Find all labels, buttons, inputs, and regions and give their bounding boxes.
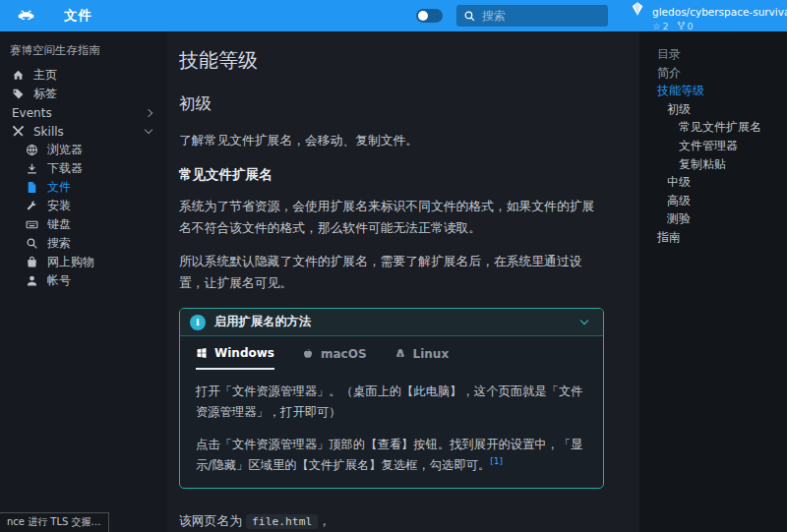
file-icon <box>26 181 38 194</box>
sidebar-item-home[interactable]: 主页 <box>0 66 167 85</box>
collapsible-enable-extensions: i 启用扩展名的方法 Windows macOS Linux <box>179 308 604 489</box>
sidebar-item-label: 下载器 <box>47 160 83 177</box>
gitlab-icon <box>630 1 645 17</box>
toc-item-skill-levels[interactable]: 技能等级 <box>647 82 783 100</box>
tab-windows[interactable]: Windows <box>196 346 274 370</box>
apple-icon <box>302 348 314 360</box>
tab-label: Windows <box>214 346 274 360</box>
search-box[interactable] <box>456 5 608 27</box>
toc-item-file-manager[interactable]: 文件管理器 <box>647 137 783 155</box>
sidebar-item-label: 帐号 <box>47 272 71 289</box>
download-icon <box>26 162 38 175</box>
toc-item-intro[interactable]: 简介 <box>647 64 783 83</box>
shopping-bag-icon <box>26 256 38 268</box>
tab-label: macOS <box>321 347 367 361</box>
page-header-title: 文件 <box>64 7 92 25</box>
chevron-down-icon <box>580 317 588 325</box>
toc-item-quiz[interactable]: 测验 <box>647 209 783 228</box>
globe-icon <box>26 144 38 156</box>
windows-icon <box>196 347 208 359</box>
paragraph-intro: 了解常见文件扩展名，会移动、复制文件。 <box>179 130 604 150</box>
sidebar-group-events[interactable]: Events <box>0 103 167 122</box>
collapsible-title: 启用扩展名的方法 <box>214 314 311 330</box>
subsection-heading-extensions: 常见文件扩展名 <box>179 166 604 184</box>
sidebar-item-label: 文件 <box>47 179 71 196</box>
sidebar-item-keyboard[interactable]: 键盘 <box>0 215 167 234</box>
sidebar-item-label: 浏览器 <box>47 142 83 158</box>
linux-penguin-icon <box>394 348 406 360</box>
sidebar-guide-title: 赛博空间生存指南 <box>0 41 167 66</box>
repo-name: gledos/cyberspace-survival... <box>652 6 787 18</box>
account-icon <box>26 274 38 287</box>
chevron-right-icon <box>145 108 152 116</box>
wrench-icon <box>26 200 38 212</box>
footnote-link[interactable]: [1] <box>490 456 503 466</box>
os-tabs: Windows macOS Linux <box>180 336 603 370</box>
tab-label: Linux <box>413 347 450 361</box>
left-sidebar: 赛博空间生存指南 主页 标签 Events Skills 浏览器 下载器 <box>0 31 167 532</box>
toc-item-intermediate[interactable]: 中级 <box>647 173 783 192</box>
fork-icon <box>677 21 686 30</box>
toc-item-copy-paste[interactable]: 复制粘贴 <box>647 155 783 174</box>
tools-icon <box>12 125 25 138</box>
info-icon: i <box>190 315 206 330</box>
sidebar-item-label: 搜索 <box>47 235 71 252</box>
sidebar-item-label: 安装 <box>47 198 71 214</box>
sidebar-item-label: 标签 <box>33 86 57 102</box>
space-invader-logo-icon[interactable] <box>18 9 34 24</box>
table-of-contents: 目录 简介 技能等级 初级 常见文件扩展名 文件管理器 复制粘贴 中级 高级 测… <box>639 31 787 532</box>
magnifier-icon <box>26 237 38 250</box>
tab-linux[interactable]: Linux <box>394 346 450 370</box>
star-icon: ☆ <box>652 21 661 31</box>
keyboard-icon <box>26 218 38 231</box>
sidebar-item-label: 主页 <box>33 67 57 84</box>
sidebar-item-search[interactable]: 搜索 <box>0 234 167 253</box>
sidebar-item-label: Events <box>12 106 52 120</box>
search-input[interactable] <box>482 9 601 23</box>
box1-paragraph-1: 打开「文件资源管理器」。（桌面上的【此电脑】，这个页面就是「文件资源管理器」，打… <box>196 382 587 422</box>
section-heading-beginner: 初级 <box>179 93 604 115</box>
sidebar-item-downloader[interactable]: 下载器 <box>0 159 167 178</box>
main-content: 技能等级 初级 了解常见文件扩展名，会移动、复制文件。 常见文件扩展名 系统为了… <box>167 31 639 532</box>
collapsible-header[interactable]: i 启用扩展名的方法 <box>180 309 603 336</box>
home-icon <box>12 69 25 82</box>
sidebar-item-label: 键盘 <box>47 216 71 233</box>
sidebar-item-browser[interactable]: 浏览器 <box>0 141 167 159</box>
sidebar-group-skills[interactable]: Skills <box>0 122 167 141</box>
paragraph-system-2: 所以系统默认隐藏了文件的扩展名，需要了解扩展名后，在系统里通过设置，让扩展名可见… <box>179 251 604 293</box>
toggle-knob <box>418 11 428 21</box>
inline-code-sentence: 该网页名为 file.html， <box>179 510 604 532</box>
star-count: 2 <box>663 21 669 31</box>
page-title: 技能等级 <box>179 47 604 74</box>
repo-link[interactable]: gledos/cyberspace-survival... ☆2 0 <box>630 1 777 31</box>
repo-stats: ☆2 0 <box>652 21 787 31</box>
toc-header: 目录 <box>647 45 783 64</box>
sidebar-item-label: 网上购物 <box>47 254 94 270</box>
tab-macos[interactable]: macOS <box>302 346 367 370</box>
toc-item-advanced[interactable]: 高级 <box>647 192 783 210</box>
sidebar-item-shopping[interactable]: 网上购物 <box>0 253 167 271</box>
paragraph-system-1: 系统为了节省资源，会使用扩展名来标识不同文件的格式，如果文件的扩展名不符合该文件… <box>179 196 604 238</box>
sidebar-item-label: Skills <box>33 125 64 139</box>
toc-item-guide[interactable]: 指南 <box>647 228 783 247</box>
sidebar-item-install[interactable]: 安装 <box>0 197 167 215</box>
dark-mode-toggle[interactable] <box>416 9 443 23</box>
box1-paragraph-2: 点击「文件资源管理器」顶部的【查看】按钮。找到展开的设置中，「显示/隐藏」区域里… <box>196 435 587 476</box>
inline-code: file.html <box>246 514 318 529</box>
sidebar-item-account[interactable]: 帐号 <box>0 271 167 290</box>
sidebar-item-tags[interactable]: 标签 <box>0 85 167 103</box>
sidebar-item-files[interactable]: 文件 <box>0 178 167 197</box>
toc-item-beginner[interactable]: 初级 <box>647 100 783 119</box>
toc-item-common-extensions[interactable]: 常见文件扩展名 <box>647 118 783 137</box>
chevron-down-icon <box>145 126 152 134</box>
tag-icon <box>12 88 25 100</box>
top-bar: 文件 gledos/cyberspace-survival... ☆2 0 <box>0 0 787 31</box>
search-icon <box>463 10 476 23</box>
fork-count: 0 <box>688 21 694 31</box>
browser-status-tooltip: nce 进行 TLS 交握… <box>0 512 109 532</box>
